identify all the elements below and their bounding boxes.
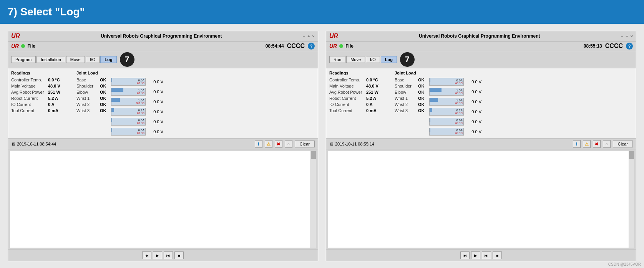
win1-log-scrollbar[interactable] [310,151,316,248]
win2-reading-value-4: 0 A [366,102,383,107]
win1-bar-bot-1: 40 °C [137,91,144,95]
win1-reading-label-2: Avg.Robot Power [11,90,46,94]
win1-reading-row-2: Avg.Robot Power 251 W [11,90,73,94]
win2-ctrl-play[interactable]: ▶ [471,251,480,259]
win2-status-time: 2019-10-11 08:55:14 [335,142,374,146]
win2-bars-header [429,71,633,75]
win2-tab-move[interactable]: Move [346,56,365,63]
win1-joint-row-5: Wrist 3 OK [76,108,107,113]
win1-warn-btn[interactable]: ⚠ [265,140,272,148]
win1-joint-label-1: Shoulder [76,84,98,88]
win2-log-scrollbar-thumb[interactable] [629,151,634,159]
win2-info-icon: i [576,142,577,146]
win2-bar-4: 0.0A 40 °C [429,118,464,126]
win1-bar-row-4: 0.0A 40 °C 0.0 V [111,117,315,126]
win2-reading-row-5: Tool Current 0 mA [329,108,391,113]
win2-maximize-btn[interactable]: + [626,34,628,38]
win2-tab-run[interactable]: Run [329,56,345,63]
win2-bar-2: 1.0A 40 °C [429,98,464,106]
win2-bar-row-0: 0.0A 40 °C 0.0 V [429,78,633,86]
win2-log-scrollbar[interactable] [629,151,634,248]
win1-clear-button[interactable]: Clear [295,141,315,147]
win2-ctrl-stop[interactable]: ■ [493,251,502,259]
window1: UR Universal Robots Graphical Programmin… [8,31,318,261]
win1-close-btn[interactable]: × [312,34,315,38]
win1-bar-bot-0: 40 °C [137,81,144,85]
win2-reading-row-4: IO Current 0 A [329,102,391,107]
win2-status-dot [339,44,343,48]
win1-circle-btn[interactable]: ○ [285,140,292,148]
window1-log-area [10,151,316,248]
win2-tab-log[interactable]: Log [381,56,397,63]
win2-reading-label-4: IO Current [329,102,364,107]
win2-warn-btn[interactable]: ⚠ [583,140,591,148]
win1-bar-voltage-1: 0.0 V [148,89,163,94]
page-title: 7) Select "Log" [8,6,85,18]
win2-help-btn[interactable]: ? [626,43,633,50]
win1-err-btn[interactable]: ✖ [275,140,282,148]
win1-reading-row-1: Main Voltage 48.0 V [11,84,73,88]
win2-ctrl-first[interactable]: ⏮ [460,251,470,259]
win2-ctrl-last[interactable]: ⏭ [482,251,491,259]
win1-tab-io[interactable]: I/O [86,56,100,63]
win1-bar-row-0: 0.0A 40 °C 0.0 V [111,78,315,86]
win1-reading-value-0: 0.0 °C [48,78,65,82]
win2-info-btn[interactable]: i [573,140,581,148]
win1-bar-bot-5: 40 °C [137,131,144,135]
win2-bar-bot-4: 40 °C [455,121,463,125]
win1-log-scrollbar-thumb[interactable] [311,151,316,159]
win2-bar-bot-3: 40 °C [455,111,463,115]
win2-clear-button[interactable]: Clear [613,141,633,147]
win1-tab-move[interactable]: Move [66,56,85,63]
win2-bar-row-5: 0.0A 40 °C 0.0 V [429,127,633,136]
win1-bar-bot-4: 40 °C [137,121,144,125]
win2-bar-row-3: 0.2A 40 °C 0.0 V [429,108,633,116]
window2-titlebar-title: Universal Robots Graphical Programming E… [338,33,621,39]
win2-close-btn[interactable]: × [631,34,633,38]
win1-file-menu[interactable]: File [27,43,35,49]
win1-help-btn[interactable]: ? [308,43,315,50]
win1-bar-3: 0.2A 40 °C [111,108,146,116]
win2-bar-row-2: 1.0A 40 °C 0.0 V [429,98,633,106]
win1-ctrl-first[interactable]: ⏮ [142,251,151,259]
win1-info-btn[interactable]: i [255,140,262,148]
win2-joint-status-5: OK [418,108,425,113]
win1-reading-value-2: 251 W [48,90,65,94]
win1-reading-label-5: Tool Current [11,108,46,113]
win1-ctrl-stop[interactable]: ■ [174,251,184,259]
window2-titlebar: UR Universal Robots Graphical Programmin… [326,31,636,41]
win1-bar-voltage-2: 0.0 V [148,99,163,104]
win1-reading-row-4: IO Current 0 A [11,102,73,107]
win2-reading-value-5: 0 mA [366,108,383,113]
win2-joint-label-0: Base [395,78,416,82]
win1-ur-logo-small: UR [11,43,19,49]
win1-bar-row-5: 0.0A 40 °C 0.0 V [111,127,315,136]
win2-joint-status-3: OK [418,96,425,101]
win2-err-btn[interactable]: ✖ [593,140,601,148]
win1-tab-log[interactable]: Log [100,56,116,63]
win1-bar-voltage-0: 0.0 V [148,79,163,84]
win2-minimize-btn[interactable]: − [621,34,623,38]
win2-joint-status-1: OK [418,84,425,88]
window1-menubar: UR File 08:54:44 CCCC ? [8,41,318,51]
win1-minimize-btn[interactable]: − [303,34,305,38]
win2-file-menu[interactable]: File [345,43,354,49]
win2-reading-row-3: Robot Current 5.2 A [329,96,391,101]
win1-ctrl-last[interactable]: ⏭ [164,251,173,259]
window1-tabbar: Program Installation Move I/O Log 7 [8,51,318,68]
win2-menubar-left: UR File [329,43,354,49]
win2-bar-voltage-3: 0.0 V [466,109,481,114]
win2-joint-status-0: OK [418,78,425,82]
win1-time: 08:54:44 [266,43,284,49]
win1-ctrl-play[interactable]: ▶ [153,251,162,259]
win2-joint-row-1: Shoulder OK [395,84,425,88]
win1-reading-label-1: Main Voltage [11,84,46,88]
win1-tab-program[interactable]: Program [11,56,36,63]
win1-tab-installation[interactable]: Installation [37,56,65,63]
win1-maximize-btn[interactable]: + [307,34,310,38]
win1-joint-status-1: OK [100,84,106,88]
win2-reading-value-3: 5.2 A [366,96,383,101]
win1-bar-voltage-4: 0.0 V [148,119,163,124]
win2-tab-io[interactable]: I/O [366,56,380,63]
win2-circle-btn[interactable]: ○ [603,140,611,148]
